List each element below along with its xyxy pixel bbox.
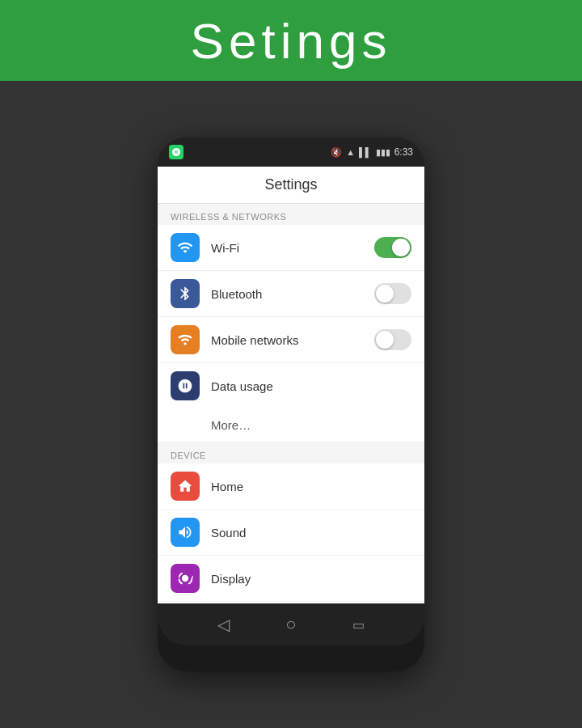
section-wireless-label: WIRELESS & NETWORKS <box>158 204 424 225</box>
whatsapp-icon <box>169 145 183 159</box>
wifi-toggle[interactable] <box>374 237 411 258</box>
mobile-toggle-knob <box>376 331 394 349</box>
bluetooth-toggle-knob <box>376 285 394 303</box>
data-usage-icon <box>171 371 200 400</box>
settings-list: WIRELESS & NETWORKS Wi-Fi <box>158 204 424 603</box>
wifi-toggle-knob <box>392 239 410 256</box>
app-title: Setings <box>191 12 392 70</box>
data-usage-item[interactable]: Data usage <box>158 363 424 408</box>
display-label: Display <box>211 572 411 586</box>
home-button[interactable] <box>285 614 296 635</box>
wifi-icon: ▲ <box>346 147 355 157</box>
wifi-icon <box>171 233 200 262</box>
signal-icon: ▌▌ <box>359 147 372 157</box>
home-label: Home <box>211 480 411 493</box>
mobile-networks-icon <box>171 325 200 354</box>
status-bar: 🔇 ▲ ▌▌ ▮▮▮ 6:33 <box>158 138 424 167</box>
sound-label: Sound <box>211 526 411 540</box>
time-display: 6:33 <box>394 146 413 158</box>
background-area: 🔇 ▲ ▌▌ ▮▮▮ 6:33 Settings WIRELESS & NETW… <box>0 81 582 728</box>
mobile-toggle[interactable] <box>374 329 411 350</box>
app-header: Setings <box>0 0 582 81</box>
more-item[interactable]: More… <box>158 408 424 442</box>
display-item[interactable]: Display <box>158 556 424 602</box>
sound-item[interactable]: Sound <box>158 510 424 556</box>
section-device-label: DEVICE <box>158 442 424 463</box>
wifi-label: Wi-Fi <box>211 241 374 255</box>
wifi-item[interactable]: Wi-Fi <box>158 225 424 271</box>
data-usage-label: Data usage <box>211 379 411 393</box>
device-group: Home Sound Display <box>158 463 424 603</box>
status-left <box>169 145 183 159</box>
screen: Settings WIRELESS & NETWORKS Wi-Fi <box>158 167 424 603</box>
nav-bar <box>158 603 424 645</box>
sound-icon <box>171 518 200 547</box>
mobile-networks-item[interactable]: Mobile networks <box>158 317 424 363</box>
home-icon <box>171 472 200 501</box>
screen-title: Settings <box>264 176 317 193</box>
display-icon <box>171 564 200 593</box>
status-right: 🔇 ▲ ▌▌ ▮▮▮ 6:33 <box>331 146 413 158</box>
bluetooth-icon <box>171 279 200 308</box>
battery-icon: ▮▮▮ <box>376 147 390 158</box>
mute-icon: 🔇 <box>331 147 342 158</box>
bluetooth-toggle[interactable] <box>374 283 411 304</box>
wireless-group: Wi-Fi Bluetooth <box>158 225 424 408</box>
screen-header: Settings <box>158 167 424 204</box>
recent-button[interactable] <box>352 617 365 633</box>
bluetooth-label: Bluetooth <box>211 287 374 301</box>
back-button[interactable] <box>217 615 230 634</box>
phone-shell: 🔇 ▲ ▌▌ ▮▮▮ 6:33 Settings WIRELESS & NETW… <box>158 138 424 671</box>
bluetooth-item[interactable]: Bluetooth <box>158 271 424 317</box>
mobile-networks-label: Mobile networks <box>211 333 374 347</box>
home-item[interactable]: Home <box>158 463 424 510</box>
